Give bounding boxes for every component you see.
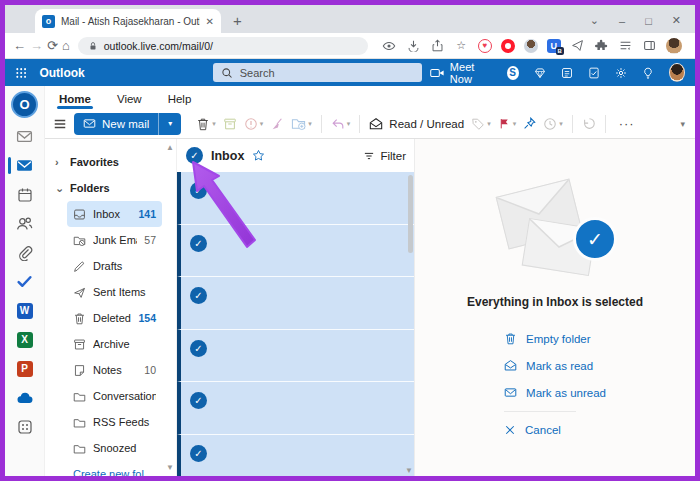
archive-button[interactable] bbox=[223, 117, 237, 131]
flag-button[interactable]: ▾ bbox=[498, 117, 517, 130]
close-button[interactable]: ✕ bbox=[672, 14, 681, 27]
select-all-checkbox[interactable]: ✓ bbox=[186, 147, 203, 164]
bookmark-star-icon[interactable]: ☆ bbox=[454, 38, 469, 53]
rail-more-apps-icon[interactable] bbox=[5, 412, 44, 441]
create-new-folder-link[interactable]: Create new fol... bbox=[73, 461, 164, 476]
extension-u-icon[interactable]: UB bbox=[547, 39, 561, 53]
new-mail-button[interactable]: New mail ▾ bbox=[74, 113, 181, 135]
account-avatar[interactable] bbox=[669, 63, 686, 82]
todo-doc-icon[interactable] bbox=[588, 66, 600, 80]
new-tab-button[interactable]: + bbox=[233, 12, 242, 29]
browser-tab[interactable]: o Mail - Atish Rajasekharan - Outlo ✕ bbox=[35, 9, 221, 33]
browser-menu-icon[interactable]: ⋮ bbox=[691, 38, 695, 53]
row-selected-checkbox[interactable]: ✓ bbox=[190, 182, 207, 199]
folder-item-drafts[interactable]: Drafts bbox=[67, 253, 162, 279]
categorize-tag-button[interactable]: ▾ bbox=[471, 117, 491, 131]
tab-view[interactable]: View bbox=[117, 93, 142, 109]
row-selected-checkbox[interactable]: ✓ bbox=[190, 287, 207, 304]
toolbar-hamburger-icon[interactable] bbox=[53, 117, 67, 131]
scroll-up-icon[interactable]: ▲ bbox=[166, 143, 174, 152]
folder-item-conversation-history[interactable]: Conversation ... bbox=[67, 383, 162, 409]
rail-onedrive-icon[interactable] bbox=[5, 383, 44, 412]
empty-folder-button[interactable]: Empty folder bbox=[504, 325, 591, 352]
scroll-down-icon[interactable]: ▼ bbox=[166, 463, 174, 472]
folder-item-deleted[interactable]: Deleted I... 154 bbox=[67, 305, 162, 331]
favorites-section[interactable]: › Favorites bbox=[45, 149, 164, 175]
skype-icon[interactable]: S bbox=[507, 66, 519, 80]
rail-people-icon[interactable] bbox=[5, 209, 44, 238]
message-row[interactable]: ✓ bbox=[177, 277, 414, 330]
reply-button[interactable]: ▾ bbox=[331, 117, 351, 131]
eye-icon[interactable] bbox=[382, 38, 397, 53]
row-selected-checkbox[interactable]: ✓ bbox=[190, 235, 207, 252]
app-launcher-icon[interactable] bbox=[15, 66, 27, 80]
forward-button[interactable]: → bbox=[30, 38, 43, 53]
report-button[interactable]: ▾ bbox=[244, 117, 264, 131]
mail-secondary-icon[interactable] bbox=[5, 122, 44, 151]
toolbar-more-button[interactable]: ··· bbox=[615, 116, 639, 131]
tab-help[interactable]: Help bbox=[168, 93, 192, 109]
premium-gem-icon[interactable] bbox=[534, 66, 546, 80]
rail-powerpoint-icon[interactable]: P bbox=[5, 354, 44, 383]
row-selected-checkbox[interactable]: ✓ bbox=[190, 340, 207, 357]
list-scrollbar-thumb[interactable] bbox=[408, 175, 413, 253]
meet-now-button[interactable]: Meet Now bbox=[430, 61, 492, 85]
rail-attachments-icon[interactable] bbox=[5, 238, 44, 267]
filter-button[interactable]: Filter bbox=[363, 150, 406, 162]
rail-excel-icon[interactable]: X bbox=[5, 325, 44, 354]
rail-calendar-icon[interactable] bbox=[5, 180, 44, 209]
mark-as-read-button[interactable]: Mark as read bbox=[504, 352, 593, 379]
rail-mail-icon[interactable] bbox=[5, 151, 44, 180]
message-row[interactable]: ✓ bbox=[177, 435, 414, 477]
settings-gear-icon[interactable] bbox=[615, 66, 627, 80]
url-bar[interactable]: outlook.live.com/mail/0/ bbox=[78, 37, 368, 55]
rail-word-icon[interactable]: W bbox=[5, 296, 44, 325]
delete-button[interactable]: ▾ bbox=[196, 117, 216, 131]
tab-search-icon[interactable]: ⌄ bbox=[590, 14, 599, 27]
extensions-puzzle-icon[interactable] bbox=[594, 38, 609, 53]
row-selected-checkbox[interactable]: ✓ bbox=[190, 445, 207, 462]
rail-todo-icon[interactable] bbox=[5, 267, 44, 296]
message-row[interactable]: ✓ bbox=[177, 172, 414, 225]
folder-item-rss[interactable]: RSS Feeds bbox=[67, 409, 162, 435]
message-row[interactable]: ✓ bbox=[177, 225, 414, 278]
tips-bulb-icon[interactable] bbox=[642, 66, 654, 80]
move-to-button[interactable]: ▾ bbox=[291, 116, 312, 131]
search-input[interactable]: Search bbox=[213, 63, 422, 82]
tab-home[interactable]: Home bbox=[59, 93, 91, 109]
extension-heart-icon[interactable]: ♥ bbox=[478, 39, 492, 53]
cancel-button[interactable]: Cancel bbox=[504, 416, 561, 443]
folder-item-snoozed[interactable]: Snoozed bbox=[67, 435, 162, 461]
favorite-star-icon[interactable] bbox=[252, 149, 265, 162]
reload-button[interactable]: ⟳ bbox=[47, 38, 58, 53]
snooze-button[interactable]: ▾ bbox=[543, 117, 563, 131]
list-scroll-down-icon[interactable]: ▼ bbox=[404, 466, 414, 475]
folder-item-notes[interactable]: Notes 10 bbox=[67, 357, 162, 383]
undo-button[interactable] bbox=[582, 117, 596, 131]
minimize-button[interactable]: – bbox=[619, 15, 625, 27]
pin-button[interactable] bbox=[523, 117, 536, 130]
ribbon-collapse-icon[interactable]: ▾ bbox=[680, 119, 687, 129]
feed-icon[interactable] bbox=[561, 66, 573, 80]
message-row[interactable]: ✓ bbox=[177, 330, 414, 383]
folder-item-sent[interactable]: Sent Items bbox=[67, 279, 162, 305]
download-icon[interactable] bbox=[406, 38, 421, 53]
extension-send-icon[interactable] bbox=[570, 38, 585, 53]
browser-profile-avatar[interactable] bbox=[666, 38, 682, 54]
reading-list-icon[interactable] bbox=[618, 38, 633, 53]
row-selected-checkbox[interactable]: ✓ bbox=[190, 392, 207, 409]
maximize-button[interactable]: □ bbox=[645, 15, 652, 27]
side-panel-icon[interactable] bbox=[642, 38, 657, 53]
mark-as-unread-button[interactable]: Mark as unread bbox=[504, 379, 606, 406]
folder-item-archive[interactable]: Archive bbox=[67, 331, 162, 357]
folder-item-junk[interactable]: Junk Email 57 bbox=[67, 227, 162, 253]
back-button[interactable]: ← bbox=[13, 38, 26, 53]
message-row[interactable]: ✓ bbox=[177, 382, 414, 435]
read-unread-button[interactable]: Read / Unread bbox=[369, 117, 464, 131]
sweep-button[interactable] bbox=[270, 117, 284, 131]
folder-item-inbox[interactable]: Inbox 141 bbox=[67, 201, 162, 227]
folders-section[interactable]: ⌄ Folders bbox=[45, 175, 164, 201]
tab-close-icon[interactable]: ✕ bbox=[206, 16, 214, 27]
home-button[interactable]: ⌂ bbox=[62, 38, 70, 53]
share-icon[interactable] bbox=[430, 38, 445, 53]
